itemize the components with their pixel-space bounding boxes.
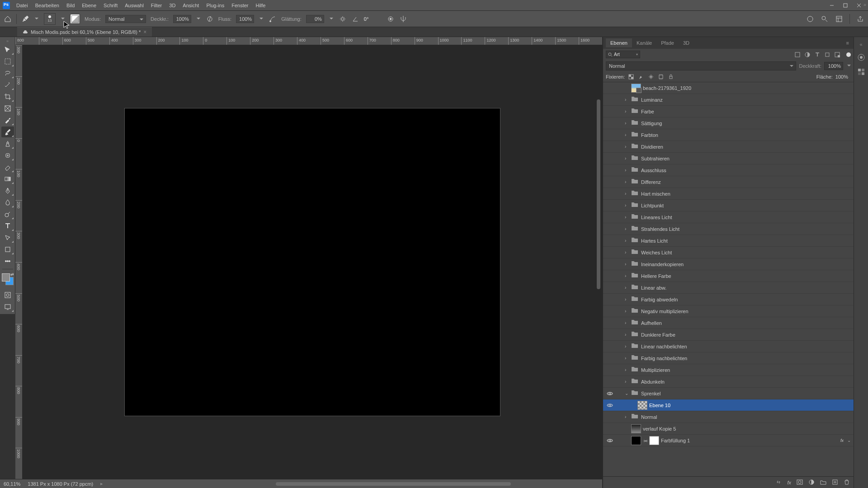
flow-input[interactable]: 100% <box>236 15 254 23</box>
layer-name[interactable]: Farbig abwedeln <box>641 297 852 302</box>
canvas-scrollbar-h[interactable] <box>271 482 599 487</box>
blend-mode-select[interactable]: Normal <box>105 15 146 23</box>
zoom-level[interactable]: 60,11% <box>4 481 20 487</box>
layer-group[interactable]: ›Ausschluss <box>603 164 854 176</box>
smoothing-options-icon[interactable] <box>339 15 347 23</box>
layer-name[interactable]: Sprenkel <box>641 391 852 396</box>
layer-name[interactable]: Differenz <box>641 179 852 185</box>
dodge-tool[interactable] <box>1 209 14 220</box>
swatches-panel-icon[interactable] <box>857 68 865 76</box>
layer-name[interactable]: Farbe <box>641 109 852 114</box>
layer-group[interactable]: ›Farbig abwedeln <box>603 294 854 305</box>
layer-name[interactable]: Abdunkeln <box>641 379 852 385</box>
tool-preset-dropdown[interactable] <box>34 16 39 22</box>
filter-toggle[interactable] <box>846 52 851 57</box>
layer-name[interactable]: Hartes Licht <box>641 238 852 244</box>
opacity-input[interactable]: 100% <box>173 15 191 23</box>
layer-group[interactable]: ›Sättigung <box>603 117 854 129</box>
adjustment-layer-icon[interactable] <box>808 479 815 486</box>
cloud-docs-icon[interactable] <box>806 15 814 23</box>
layer-group[interactable]: ›Aufhellen <box>603 317 854 329</box>
layer-group[interactable]: ›Luminanz <box>603 94 854 106</box>
quickmask-tool[interactable] <box>1 290 14 300</box>
menu-fenster[interactable]: Fenster <box>228 0 252 11</box>
expand-caret-icon[interactable]: › <box>625 367 629 372</box>
gradient-tool[interactable] <box>1 174 14 184</box>
smoothing-dropdown[interactable] <box>329 16 334 22</box>
canvas-area[interactable] <box>23 45 602 479</box>
fx-caret-icon[interactable]: ⌄ <box>847 438 852 443</box>
menu-hilfe[interactable]: Hilfe <box>252 0 269 11</box>
layer-group[interactable]: ⌄Sprenkel <box>603 388 854 399</box>
filter-shape-icon[interactable] <box>824 51 831 58</box>
mask-link-icon[interactable]: ⫘ <box>643 438 647 443</box>
panel-tab-pfade[interactable]: Pfade <box>656 38 679 47</box>
screenmode-tool[interactable] <box>1 301 14 312</box>
layer-name[interactable]: Negativ multiplizieren <box>641 309 852 314</box>
panel-menu-icon[interactable]: ≡ <box>844 40 851 46</box>
layer-group[interactable]: ›Abdunkeln <box>603 376 854 388</box>
layer-blend-mode-select[interactable]: Normal <box>606 61 796 70</box>
layer-group[interactable]: ›Strahlendes Licht <box>603 223 854 235</box>
doc-info[interactable]: 1381 Px x 1080 Px (72 ppcm) <box>28 481 93 487</box>
mask-thumbnail[interactable] <box>649 436 659 445</box>
expand-caret-icon[interactable]: › <box>625 250 629 255</box>
fx-badge[interactable]: fx <box>840 438 844 443</box>
layer-name[interactable]: Strahlendes Licht <box>641 226 852 232</box>
expand-caret-icon[interactable]: › <box>625 320 629 325</box>
expand-caret-icon[interactable]: › <box>625 273 629 278</box>
expand-caret-icon[interactable]: › <box>625 156 629 161</box>
expand-caret-icon[interactable]: › <box>625 226 629 231</box>
panel-tab-3d[interactable]: 3D <box>679 38 694 47</box>
layer-group[interactable]: ›Subtrahieren <box>603 153 854 164</box>
layer-name[interactable]: Farbfüllung 1 <box>661 438 839 443</box>
shape-tool[interactable] <box>1 244 14 255</box>
layer-group[interactable]: ›Farbton <box>603 129 854 141</box>
layer-name[interactable]: Weiches Licht <box>641 250 852 255</box>
tools-collapse-icon[interactable]: » <box>6 39 9 43</box>
layer-name[interactable]: Aufhellen <box>641 320 852 326</box>
color-panel-icon[interactable] <box>857 53 865 61</box>
layer-thumbnail[interactable] <box>631 424 641 433</box>
lock-pixels-icon[interactable] <box>637 73 645 80</box>
move-tool[interactable] <box>1 44 14 55</box>
layer-group[interactable]: ›Lineares Licht <box>603 211 854 223</box>
layer-item[interactable]: Ebene 10 <box>603 399 854 411</box>
window-minimize-button[interactable] <box>826 1 838 9</box>
brush-preview[interactable]: 13 <box>44 13 56 25</box>
menu-bearbeiten[interactable]: Bearbeiten <box>32 0 63 11</box>
layer-thumbnail[interactable] <box>631 84 641 93</box>
layer-group[interactable]: ›Negativ multiplizieren <box>603 305 854 317</box>
layer-group[interactable]: ›Hart mischen <box>603 188 854 200</box>
opacity-dropdown[interactable] <box>196 16 201 22</box>
expand-caret-icon[interactable]: › <box>625 203 629 208</box>
layer-item[interactable]: verlauf Kopie 5 <box>603 423 854 435</box>
path-select-tool[interactable] <box>1 232 14 243</box>
layer-list[interactable]: beach-2179361_1920›Luminanz›Farbe›Sättig… <box>603 82 854 476</box>
visibility-toggle[interactable] <box>605 437 615 444</box>
layer-name[interactable]: Hellere Farbe <box>641 273 852 279</box>
crop-tool[interactable] <box>1 91 14 102</box>
brush-tool[interactable] <box>1 127 14 137</box>
layer-group[interactable]: ›Hartes Licht <box>603 235 854 247</box>
frame-tool[interactable] <box>1 103 14 114</box>
layer-mask-icon[interactable] <box>797 479 803 486</box>
expand-caret-icon[interactable]: › <box>625 238 629 243</box>
expand-caret-icon[interactable]: › <box>625 262 629 267</box>
layer-name[interactable]: Linear nachbelichten <box>641 344 852 349</box>
eyedropper-tool[interactable] <box>1 115 14 126</box>
layer-name[interactable]: verlauf Kopie 5 <box>643 426 852 432</box>
layer-group[interactable]: ›Differenz <box>603 176 854 188</box>
group-icon[interactable] <box>820 479 826 486</box>
marquee-tool[interactable] <box>1 56 14 67</box>
layer-group[interactable]: ›Hellere Farbe <box>603 270 854 282</box>
layer-group[interactable]: ›Linear nachbelichten <box>603 341 854 352</box>
layer-group[interactable]: ›Lichtpunkt <box>603 200 854 211</box>
filter-type-icon[interactable] <box>814 51 821 58</box>
layer-item[interactable]: beach-2179361_1920 <box>603 82 854 94</box>
layer-name[interactable]: Lichtpunkt <box>641 203 852 208</box>
share-icon[interactable] <box>856 15 864 23</box>
dock-collapse-icon[interactable]: « <box>859 42 862 47</box>
layer-name[interactable]: Dividieren <box>641 144 852 150</box>
layer-name[interactable]: Lineares Licht <box>641 215 852 220</box>
